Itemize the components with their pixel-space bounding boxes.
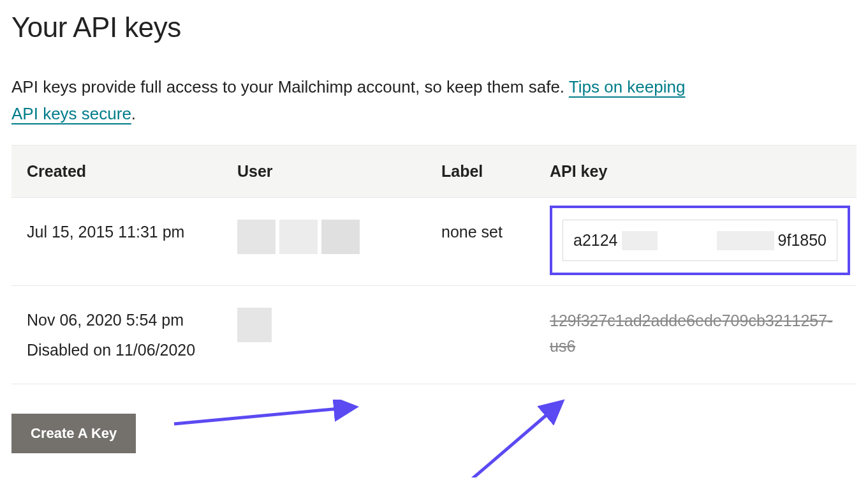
header-apikey: API key — [534, 146, 857, 198]
apikey-suffix: 9f1850 — [778, 228, 827, 253]
cell-apikey: a2124 9f1850 — [534, 198, 857, 286]
cell-apikey: 129f327c1ad2adde6ede709cb3211257- us6 — [534, 285, 857, 384]
created-date: Nov 06, 2020 5:54 pm — [27, 311, 184, 329]
cell-user — [222, 198, 426, 286]
apikey-input[interactable]: a2124 9f1850 — [563, 220, 837, 261]
api-keys-table: Created User Label API key Jul 15, 2015 … — [11, 145, 857, 384]
header-created: Created — [11, 146, 222, 198]
header-label: Label — [426, 146, 534, 198]
create-key-button[interactable]: Create A Key — [11, 414, 136, 453]
disabled-apikey: 129f327c1ad2adde6ede709cb3211257- us6 — [550, 308, 841, 359]
period: . — [131, 104, 136, 123]
table-row: Nov 06, 2020 5:54 pm Disabled on 11/06/2… — [11, 285, 857, 384]
redacted-segment — [622, 231, 658, 250]
header-user: User — [222, 146, 426, 198]
table-footer: Create A Key — [11, 384, 857, 466]
redacted-user — [237, 220, 411, 254]
disabled-note: Disabled on 11/06/2020 — [27, 338, 207, 363]
apikey-highlight-box: a2124 9f1850 — [550, 206, 850, 275]
redacted-user — [237, 308, 272, 342]
svg-line-1 — [174, 407, 353, 424]
cell-user — [222, 285, 426, 384]
table-header-row: Created User Label API key — [11, 146, 857, 198]
cell-label — [426, 285, 534, 384]
page-description: API keys provide full access to your Mai… — [11, 74, 713, 127]
description-text: API keys provide full access to your Mai… — [11, 77, 569, 96]
cell-created: Jul 15, 2015 11:31 pm — [11, 198, 222, 286]
cell-label: none set — [426, 198, 534, 286]
cell-created: Nov 06, 2020 5:54 pm Disabled on 11/06/2… — [11, 285, 222, 384]
annotation-arrow-icon — [161, 400, 359, 438]
table-row: Jul 15, 2015 11:31 pm none set a2124 — [11, 198, 857, 286]
apikey-prefix: a2124 — [573, 228, 618, 253]
page-title: Your API keys — [11, 11, 857, 43]
redacted-segment — [717, 231, 774, 250]
